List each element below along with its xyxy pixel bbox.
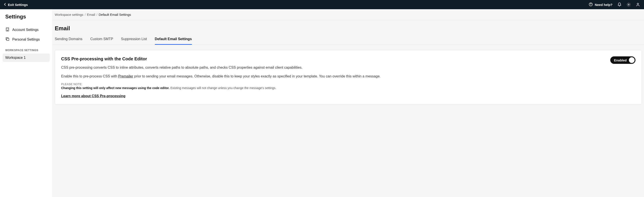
gear-icon[interactable] [626,3,631,7]
svg-point-3 [637,3,639,5]
sidebar-item-label: Account Settings [12,28,38,32]
breadcrumb-link[interactable]: Email [87,13,95,17]
bell-icon[interactable] [617,3,622,7]
breadcrumb-separator: / [85,13,86,17]
note-label: PLEASE NOTE: [61,83,605,86]
svg-rect-8 [8,29,8,29]
sidebar-section-label: WORKSPACE SETTINGS [3,49,50,52]
help-icon [588,2,593,7]
sidebar-item-personal-settings[interactable]: Personal Settings [3,35,50,44]
topbar-right: Need help? [588,2,640,7]
card-paragraph-1: CSS pre-processing converts CSS to inlin… [61,65,605,70]
enabled-toggle[interactable]: Enabled [610,56,636,64]
svg-point-1 [590,5,591,6]
exit-settings-label: Exit Settings [8,3,28,7]
card-paragraph-2: Enable this to pre-process CSS with Prem… [61,74,605,79]
card-title: CSS Pre-processing with the Code Editor [61,56,605,61]
sidebar-item-label: Workspace 1 [5,56,26,60]
settings-card: CSS Pre-processing with the Code Editor … [55,50,642,104]
learn-more-link[interactable]: Learn more about CSS Pre-processing [61,94,125,98]
need-help-link[interactable]: Need help? [588,2,612,7]
svg-rect-7 [7,29,7,29]
tab-sending-domains[interactable]: Sending Domains [55,34,82,45]
sidebar: Settings Account Settings Personal Setti… [0,9,52,197]
toggle-knob [629,57,634,63]
svg-rect-5 [7,28,7,29]
svg-rect-6 [8,28,8,29]
sidebar-title: Settings [3,14,50,20]
top-bar: Exit Settings Need help? [0,0,644,9]
breadcrumb: Workspace settings / Email / Default Ema… [52,9,644,20]
chevron-left-icon [4,3,6,7]
copy-icon [5,37,10,42]
tabs: Sending Domains Custom SMTP Suppression … [52,34,644,45]
tab-default-email-settings[interactable]: Default Email Settings [155,34,192,45]
page-title: Email [52,20,644,34]
user-icon[interactable] [636,3,640,7]
note-text: Changing this setting will only affect n… [61,86,605,90]
breadcrumb-separator: / [96,13,97,17]
tab-suppression-list[interactable]: Suppression List [121,34,147,45]
premailer-link[interactable]: Premailer [118,74,133,78]
breadcrumb-link[interactable]: Workspace settings [55,13,84,17]
toggle-label: Enabled [614,58,627,62]
tab-custom-smtp[interactable]: Custom SMTP [90,34,113,45]
sidebar-item-label: Personal Settings [12,38,40,42]
breadcrumb-current: Default Email Settings [98,13,131,17]
svg-rect-9 [7,30,8,31]
main: Workspace settings / Email / Default Ema… [52,9,644,197]
sidebar-item-account-settings[interactable]: Account Settings [3,25,50,35]
exit-settings-link[interactable]: Exit Settings [4,3,28,7]
need-help-label: Need help? [595,3,612,7]
building-icon [5,27,10,33]
svg-point-2 [628,4,629,5]
sidebar-item-workspace-1[interactable]: Workspace 1 [3,54,50,62]
svg-rect-11 [7,38,9,41]
